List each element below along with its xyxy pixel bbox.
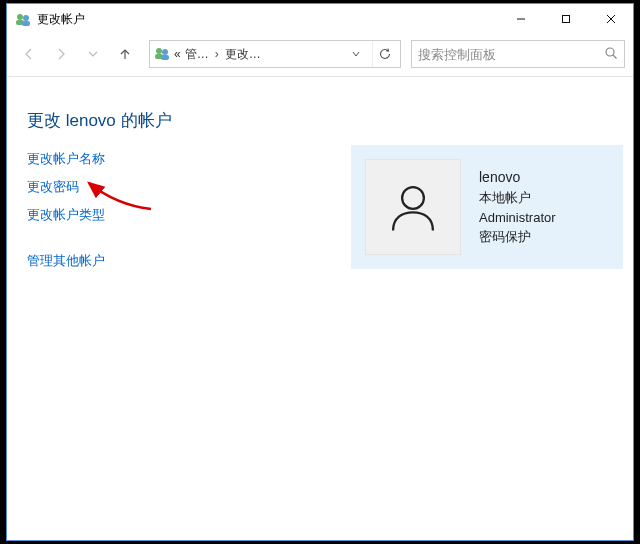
- svg-point-0: [17, 14, 23, 20]
- page-title: 更改 lenovo 的帐户: [27, 109, 327, 132]
- address-bar[interactable]: « 管… › 更改…: [149, 40, 401, 68]
- close-button[interactable]: [588, 4, 633, 33]
- svg-point-10: [162, 49, 168, 55]
- control-panel-window: 更改帐户 «: [6, 3, 634, 541]
- breadcrumb-item[interactable]: 管…: [185, 46, 209, 63]
- search-input[interactable]: [418, 47, 604, 62]
- avatar: [365, 159, 461, 255]
- svg-rect-3: [22, 21, 30, 26]
- user-password-status: 密码保护: [479, 227, 556, 247]
- up-button[interactable]: [111, 40, 139, 68]
- window-title: 更改帐户: [37, 11, 498, 28]
- back-button[interactable]: [15, 40, 43, 68]
- svg-point-13: [606, 48, 614, 56]
- maximize-button[interactable]: [543, 4, 588, 33]
- search-box[interactable]: [411, 40, 625, 68]
- link-manage-other-accounts[interactable]: 管理其他帐户: [27, 252, 105, 270]
- right-column: lenovo 本地帐户 Administrator 密码保护: [327, 109, 623, 530]
- forward-button[interactable]: [47, 40, 75, 68]
- user-account-type: 本地帐户: [479, 188, 556, 208]
- watermark: ⟳ 中关村在线: [507, 511, 632, 538]
- user-info: lenovo 本地帐户 Administrator 密码保护: [479, 167, 556, 247]
- svg-point-1: [23, 15, 29, 21]
- chevron-right-icon[interactable]: ›: [213, 47, 221, 61]
- navigation-bar: « 管… › 更改…: [7, 34, 633, 74]
- link-change-account-name[interactable]: 更改帐户名称: [27, 150, 105, 168]
- svg-line-14: [613, 55, 617, 59]
- minimize-button[interactable]: [498, 4, 543, 33]
- action-links: 更改帐户名称 更改密码 更改帐户类型 管理其他帐户: [27, 150, 327, 270]
- svg-point-15: [402, 187, 424, 209]
- svg-rect-5: [562, 15, 569, 22]
- breadcrumb-prefix: «: [174, 47, 181, 61]
- svg-point-9: [156, 48, 162, 54]
- content-area: 更改 lenovo 的帐户 更改帐户名称 更改密码 更改帐户类型 管理其他帐户 …: [7, 77, 633, 540]
- link-change-account-type[interactable]: 更改帐户类型: [27, 206, 105, 224]
- link-change-password[interactable]: 更改密码: [27, 178, 79, 196]
- titlebar: 更改帐户: [7, 4, 633, 34]
- breadcrumb-item[interactable]: 更改…: [225, 46, 261, 63]
- watermark-logo-icon: ⟳: [507, 514, 523, 536]
- refresh-button[interactable]: [372, 41, 396, 67]
- watermark-text: 中关村在线: [527, 511, 632, 538]
- left-column: 更改 lenovo 的帐户 更改帐户名称 更改密码 更改帐户类型 管理其他帐户: [27, 109, 327, 530]
- recent-dropdown[interactable]: [79, 40, 107, 68]
- user-accounts-icon: [15, 11, 31, 27]
- user-name: lenovo: [479, 167, 556, 188]
- user-role: Administrator: [479, 208, 556, 228]
- search-icon[interactable]: [604, 46, 618, 63]
- svg-rect-12: [161, 55, 169, 60]
- address-dropdown[interactable]: [344, 41, 368, 67]
- user-card[interactable]: lenovo 本地帐户 Administrator 密码保护: [351, 145, 623, 269]
- user-accounts-icon: [154, 45, 170, 64]
- window-controls: [498, 4, 633, 34]
